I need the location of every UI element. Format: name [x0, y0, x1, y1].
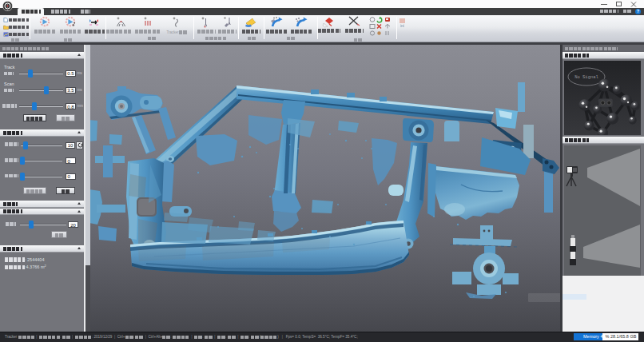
svg-text:No Signal: No Signal	[574, 74, 598, 80]
